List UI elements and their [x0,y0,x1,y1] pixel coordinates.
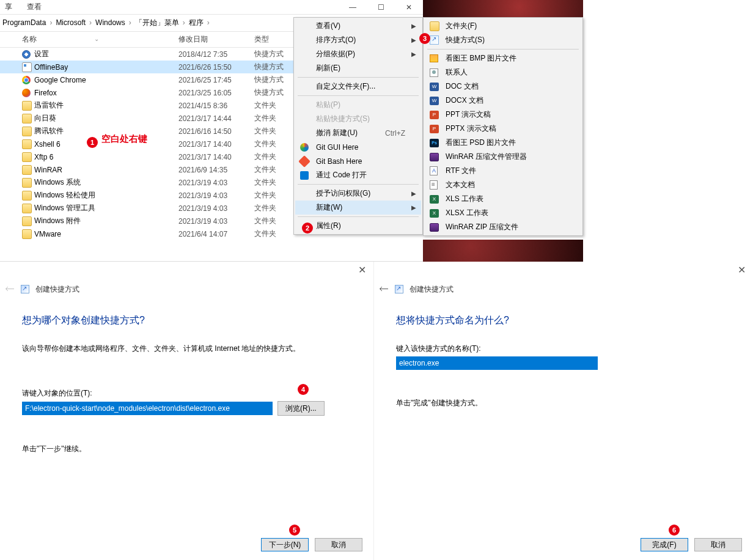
ribbon-tab-view[interactable]: 查看 [27,2,42,12]
menu-item-label: 快捷方式(S) [446,35,485,45]
file-date: 2021/3/25 16:05 [178,89,254,97]
menu-item[interactable]: XXLS 工作表 [425,192,581,206]
vscode-icon [300,171,309,180]
close-button[interactable]: ✕ [395,0,423,15]
file-name: 设置 [34,49,178,59]
breadcrumb-segment[interactable]: 「开始」菜单 [135,18,179,27]
folder-icon [22,139,32,149]
folder-icon [22,127,32,136]
folder-icon [22,229,32,239]
name-input[interactable] [396,356,598,370]
back-arrow-icon[interactable]: 🡐 [5,284,15,295]
shortcut-wizard-step1: ✕ 🡐 创建快捷方式 想为哪个对象创建快捷方式? 该向导帮你创建本地或网络程序、… [0,262,374,560]
ppt-icon: P [430,111,439,119]
menu-item[interactable]: 新建(W)▶ [295,201,421,215]
breadcrumb[interactable]: ProgramData›Microsoft›Windows›「开始」菜单›程序› [2,18,213,28]
menu-item[interactable]: WinRAR 压缩文件管理器 [425,150,581,164]
submenu-arrow-icon: ▶ [411,37,416,43]
menu-item[interactable]: 查看(V)▶ [295,19,421,33]
menu-item[interactable]: 分组依据(P)▶ [295,47,421,61]
file-date: 2021/3/19 4:03 [178,204,254,213]
menu-item-label: 刷新(E) [316,63,340,73]
menu-separator [427,49,579,50]
file-name: Firefox [34,89,178,97]
breadcrumb-segment[interactable]: Windows [95,18,125,27]
file-name: Xftp 6 [34,153,178,161]
word-icon: W [430,83,439,91]
maximize-button[interactable]: ☐ [367,0,395,15]
xls-icon: X [430,209,439,218]
menu-item[interactable]: WDOC 文档 [425,79,581,94]
txt-icon [430,180,438,190]
close-icon[interactable]: ✕ [738,264,746,276]
annotation-1: 空白处右键 [101,133,147,145]
browse-button[interactable]: 浏览(R)... [277,401,325,416]
menu-item[interactable]: PPPTX 演示文稿 [425,122,581,136]
app-icon [22,62,32,72]
cancel-button[interactable]: 取消 [694,538,742,551]
menu-item[interactable]: 通过 Code 打开 [295,168,421,182]
menu-item[interactable]: 快捷方式(S) [425,33,581,47]
wizard-heading: 想为哪个对象创建快捷方式? [22,314,145,327]
menu-item[interactable]: WDOCX 文档 [425,94,581,108]
menu-item[interactable]: 看图王 BMP 图片文件 [425,51,581,65]
menu-separator [298,77,419,78]
col-date[interactable]: 修改日期 [178,34,254,45]
ribbon-tab-share[interactable]: 享 [5,2,12,12]
menu-item[interactable]: 授予访问权限(G)▶ [295,186,421,201]
menu-item[interactable]: WinRAR ZIP 压缩文件 [425,220,581,234]
minimize-button[interactable]: — [339,0,367,15]
wizard-title: 创建快捷方式 [410,284,454,295]
file-name: VMware [34,230,178,238]
cancel-button[interactable]: 取消 [315,538,362,551]
psd-icon: Ps [430,139,439,147]
menu-item[interactable]: PPPT 演示文稿 [425,108,581,122]
menu-item[interactable]: 自定义文件夹(F)... [295,79,421,94]
rtf-icon [430,166,438,175]
close-icon[interactable]: ✕ [358,264,366,276]
ff-icon [22,89,31,97]
menu-item-label: 新建(W) [316,202,342,213]
menu-item-label: RTF 文件 [446,166,476,176]
menu-item[interactable]: Git GUI Here [295,140,421,154]
menu-item[interactable]: 属性(R) [295,219,421,233]
menu-item[interactable]: 文本文档 [425,178,581,192]
menu-item-label: Git Bash Here [316,157,362,166]
annotation-badge-6: 6 [669,525,680,536]
menu-item[interactable]: Git Bash Here [295,154,421,168]
context-menu[interactable]: 查看(V)▶排序方式(O)▶分组依据(P)▶刷新(E)自定义文件夹(F)...粘… [293,17,423,235]
menu-item[interactable]: 文件夹(F) [425,19,581,33]
menu-item-label: PPT 演示文稿 [446,109,491,120]
menu-item[interactable]: 刷新(E) [295,61,421,75]
annotation-badge-1: 1 [87,137,98,148]
menu-item[interactable]: 撤消 新建(U)Ctrl+Z [295,126,421,140]
file-name: Windows 轻松使用 [34,190,178,201]
submenu-arrow-icon: ▶ [411,204,416,211]
breadcrumb-segment[interactable]: Microsoft [56,18,86,27]
chevron-right-icon: › [207,18,210,27]
annotation-badge-2: 2 [302,223,313,234]
contact-icon [430,68,438,77]
breadcrumb-segment[interactable]: ProgramData [2,18,46,27]
menu-item[interactable]: Ps看图王 PSD 图片文件 [425,136,581,150]
folder-icon [22,178,32,188]
location-input[interactable] [22,402,273,415]
file-date: 2021/3/19 4:03 [178,179,254,187]
menu-item[interactable]: RTF 文件 [425,164,581,178]
file-name: Windows 系统 [34,177,178,188]
gitblue-icon [300,143,309,152]
back-arrow-icon[interactable]: 🡐 [379,284,389,295]
menu-item[interactable]: 排序方式(O)▶ [295,33,421,47]
chevron-right-icon: › [183,18,185,27]
menu-item[interactable]: 联系人 [425,65,581,79]
file-name: Windows 附件 [34,216,178,226]
annotation-badge-4: 4 [298,384,309,395]
next-button[interactable]: 下一步(N) [261,538,309,551]
finish-button[interactable]: 完成(F) [641,538,688,551]
new-submenu[interactable]: 文件夹(F)快捷方式(S)看图王 BMP 图片文件联系人WDOC 文档WDOCX… [423,17,583,236]
col-name[interactable]: 名称 [22,34,178,45]
breadcrumb-segment[interactable]: 程序 [189,18,204,27]
menu-item[interactable]: XXLSX 工作表 [425,206,581,220]
folder-icon [22,114,32,123]
menu-item-label: 属性(R) [316,221,341,231]
